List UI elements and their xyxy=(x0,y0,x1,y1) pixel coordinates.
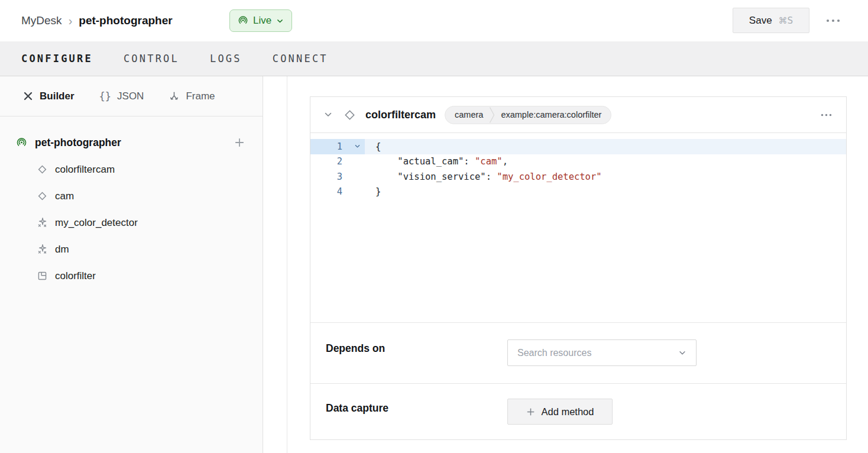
broadcast-icon xyxy=(16,137,27,148)
machine-nav-tabs: CONFIGURE CONTROL LOGS CONNECT xyxy=(0,41,868,76)
view-tab-frame[interactable]: Frame xyxy=(169,90,215,102)
code-token: : xyxy=(486,172,497,182)
code-token-key: "actual_cam" xyxy=(397,156,464,167)
tree-item-my-color-detector[interactable]: my_color_detector xyxy=(0,209,263,236)
code-token: } xyxy=(375,186,381,197)
code-line-3[interactable]: 3 "vision_service": "my_color_detector" xyxy=(310,169,846,185)
config-sidebar: Builder {} JSON Frame xyxy=(0,76,263,453)
tree-item-colorfilter[interactable]: colorfilter xyxy=(0,263,263,289)
save-shortcut-hint: ⌘S xyxy=(779,15,793,26)
save-button[interactable]: Save ⌘S xyxy=(733,8,809,33)
tab-configure[interactable]: CONFIGURE xyxy=(21,53,93,64)
tree-item-cam[interactable]: cam xyxy=(0,183,263,209)
resource-type-tag: camera xyxy=(445,110,488,119)
depends-on-search-select[interactable]: Search resources xyxy=(507,339,697,366)
broadcast-icon xyxy=(238,15,248,26)
panel-divider xyxy=(287,76,287,453)
breadcrumb: MyDesk › pet-photographer xyxy=(21,0,173,41)
code-line-2[interactable]: 2 "actual_cam": "cam", xyxy=(310,154,846,170)
gutter: 4 xyxy=(310,185,365,200)
tree-item-label: dm xyxy=(55,244,69,255)
code-token-key: "vision_service" xyxy=(397,172,485,182)
line-number: 1 xyxy=(310,141,342,152)
tree-item-colorfiltercam[interactable]: colorfiltercam xyxy=(0,156,263,183)
view-tab-frame-label: Frame xyxy=(186,90,215,102)
tools-icon xyxy=(22,90,34,102)
sparkle-icon xyxy=(37,244,48,255)
resource-tree: pet-photographer colorfiltercam cam xyxy=(0,117,263,289)
gutter: 3 xyxy=(310,169,365,185)
gutter: 1 xyxy=(310,139,365,154)
code-token xyxy=(375,172,397,182)
chevron-down-icon xyxy=(276,17,284,25)
json-attributes-editor[interactable]: 1 { 2 "actual_cam": "cam", xyxy=(310,133,846,322)
diamond-icon xyxy=(37,164,48,175)
code-token: : xyxy=(464,156,475,167)
breadcrumb-separator: › xyxy=(69,14,73,28)
sparkle-icon xyxy=(37,217,48,228)
tab-connect[interactable]: CONNECT xyxy=(273,53,328,64)
depends-on-label: Depends on xyxy=(326,342,385,355)
code-token-string: "cam" xyxy=(475,156,503,167)
resource-menu-button[interactable] xyxy=(820,110,833,120)
tree-root-label: pet-photographer xyxy=(35,137,121,149)
search-resources-placeholder: Search resources xyxy=(517,348,591,358)
tree-item-label: cam xyxy=(55,190,74,202)
gutter: 2 xyxy=(310,154,365,170)
depends-on-section: Depends on Search resources xyxy=(310,322,846,383)
live-status-label: Live xyxy=(253,15,271,27)
view-tab-builder-label: Builder xyxy=(40,90,75,102)
tree-item-label: colorfilter xyxy=(55,270,96,282)
tree-item-label: my_color_detector xyxy=(55,217,138,229)
resource-card-header: colorfiltercam camera example:camera:col… xyxy=(310,97,846,133)
add-method-button[interactable]: Add method xyxy=(507,399,613,425)
fold-chevron-icon[interactable] xyxy=(342,143,365,150)
line-number: 3 xyxy=(310,172,342,182)
add-method-label: Add method xyxy=(542,406,594,418)
diamond-icon xyxy=(37,190,48,202)
add-resource-button[interactable] xyxy=(234,137,245,148)
code-token: , xyxy=(503,156,508,167)
view-tab-json[interactable]: {} JSON xyxy=(99,90,144,102)
plus-icon xyxy=(526,407,535,416)
more-options-button[interactable] xyxy=(824,14,842,27)
code-token xyxy=(375,156,397,167)
ellipsis-icon xyxy=(826,19,840,22)
view-tab-json-label: JSON xyxy=(117,90,144,102)
data-capture-label: Data capture xyxy=(326,402,388,415)
resource-model-tag: example:camera:colorfilter xyxy=(495,110,611,119)
tab-logs[interactable]: LOGS xyxy=(210,53,242,64)
module-icon xyxy=(37,270,48,281)
live-status-dropdown[interactable]: Live xyxy=(229,9,292,32)
app-window: MyDesk › pet-photographer Live Save ⌘S xyxy=(0,0,868,453)
code-token: { xyxy=(375,141,381,152)
tree-item-dm[interactable]: dm xyxy=(0,236,263,263)
diamond-icon xyxy=(343,108,357,122)
tab-control[interactable]: CONTROL xyxy=(124,53,179,64)
resource-type-model-pill: camera example:camera:colorfilter xyxy=(445,106,611,124)
breadcrumb-current-machine: pet-photographer xyxy=(79,14,172,27)
config-main-panel: colorfiltercam camera example:camera:col… xyxy=(264,76,868,453)
frame-axes-icon xyxy=(169,90,180,102)
data-capture-section: Data capture Add method xyxy=(310,383,846,439)
view-tab-builder[interactable]: Builder xyxy=(22,90,75,102)
tree-root-machine[interactable]: pet-photographer xyxy=(0,129,263,156)
resource-card-colorfiltercam: colorfiltercam camera example:camera:col… xyxy=(310,96,847,440)
braces-icon: {} xyxy=(99,90,111,102)
line-number: 2 xyxy=(310,156,342,167)
code-line-1[interactable]: 1 { xyxy=(310,139,846,154)
code-line-4[interactable]: 4 } xyxy=(310,185,846,200)
chevron-down-icon xyxy=(678,349,686,357)
save-button-label: Save xyxy=(749,15,772,27)
collapse-chevron-icon[interactable] xyxy=(323,110,333,119)
resource-title: colorfiltercam xyxy=(365,109,436,121)
code-token-string: "my_color_detector" xyxy=(497,172,601,182)
pill-chevron-divider xyxy=(488,106,495,124)
line-number: 4 xyxy=(310,186,342,197)
breadcrumb-root-link[interactable]: MyDesk xyxy=(21,14,62,27)
config-view-tabs: Builder {} JSON Frame xyxy=(0,76,263,117)
tree-item-label: colorfiltercam xyxy=(55,164,115,176)
top-header: MyDesk › pet-photographer Live Save ⌘S xyxy=(0,0,868,41)
